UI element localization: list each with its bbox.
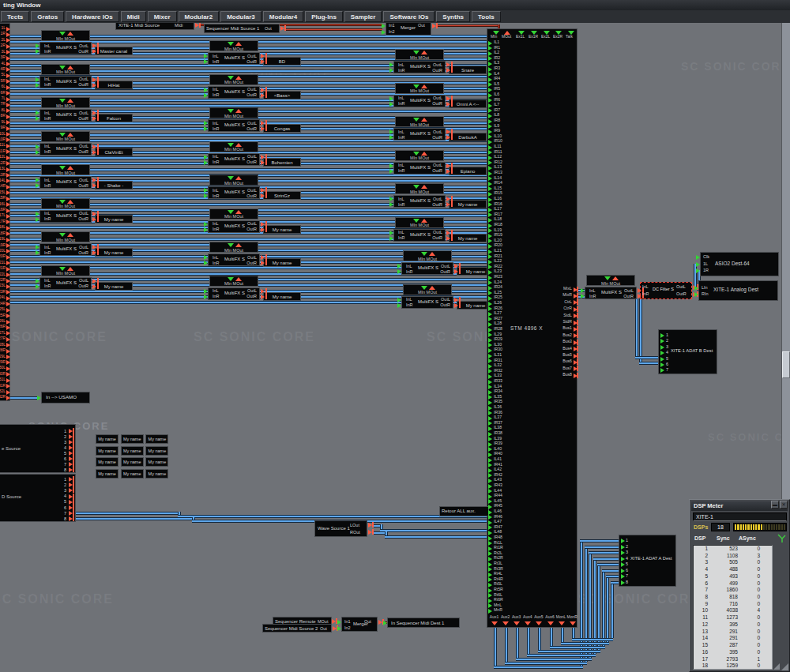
port-label-25L[interactable]: 25L [0,307,6,312]
port-label-32R[interactable]: 32R [0,395,6,400]
port-5[interactable]: 5 [626,561,628,566]
resize-grip-icon[interactable] [781,663,788,670]
port-label-22R[interactable]: 22R [0,278,6,283]
stm-port-StdR[interactable]: StdR [521,320,572,325]
stm-port-IR48[interactable]: IR48 [494,535,502,540]
port-8[interactable]: 8 [626,580,628,584]
module-name-label[interactable]: My name [95,248,133,257]
port-label-21L[interactable]: 21L [0,261,6,265]
stm-port-MIn[interactable]: MIn [491,35,497,39]
port-label-30R[interactable]: 30R [0,372,6,377]
module-name-label[interactable]: My name [95,215,133,223]
port-label-18L[interactable]: 18L [0,225,6,230]
resize-grip-icon[interactable] [773,663,780,670]
port-label-26L[interactable]: 26L [0,319,6,324]
stm-port-MixL[interactable]: MixL [521,287,572,291]
stm-port-IL26[interactable]: IL26 [494,301,502,306]
port-label-17R[interactable]: 17R [0,220,6,224]
stm-port-Ex1R[interactable]: Ex1R [529,35,538,39]
stm-port-IL16[interactable]: IL16 [494,197,502,201]
name-label-cell[interactable]: My name [121,434,144,444]
name-label-cell[interactable]: My name [121,469,144,479]
port-label-16R[interactable]: 16R [0,208,6,212]
port-label-24R[interactable]: 24R [0,302,6,306]
port-label-25R[interactable]: 25R [0,313,6,318]
port-7[interactable]: 7 [626,573,628,578]
port-5[interactable]: 5 [60,451,66,456]
port-label-10R[interactable]: 10R [0,137,6,142]
menu-item-modular3[interactable]: Modular3 [220,11,261,22]
port-7[interactable]: 7 [60,462,66,467]
port-label-22L[interactable]: 22L [0,272,6,277]
port-4[interactable]: 4 [60,445,66,450]
dsp-meter-window[interactable]: DSP Meter ▬ ✕ XITE-1 DSPs 18 DSP Sync AS… [689,499,790,672]
stm-port-CtrR[interactable]: CtrR [521,306,572,311]
stm-port-IL11[interactable]: IL11 [494,145,502,149]
port-label-26R[interactable]: 26R [0,325,6,329]
port-label-18R[interactable]: 18R [0,231,6,236]
port-label-12L[interactable]: 12L [0,155,6,160]
stm-port-Bus5[interactable]: Bus5 [521,353,572,358]
stm-port-MixR[interactable]: MixR [521,293,572,298]
module-name-label[interactable]: My name [263,225,301,234]
port-label-3R[interactable]: 3R [0,55,6,60]
stm-port-Rt5R[interactable]: Rt5R [494,588,503,592]
name-label-cell[interactable]: My name [96,457,118,467]
module-name-label[interactable]: My name [449,200,487,208]
port-label-19L[interactable]: 19L [0,237,6,242]
scrollbar-thumb[interactable] [782,351,790,378]
menu-item-midi[interactable]: Midi [121,11,146,22]
menu-item-synths[interactable]: Synths [436,11,470,22]
port-label-9L[interactable]: 9L [0,120,6,125]
stm-port-Bus6[interactable]: Bus6 [521,359,572,364]
menu-item-mixer[interactable]: Mixer [148,11,177,22]
port-3[interactable]: 3 [666,344,668,349]
port-label-3L[interactable]: 3L [0,50,6,54]
port-label-14R[interactable]: 14R [0,184,6,189]
menu-item-modular4[interactable]: Modular4 [263,11,304,22]
port-label-20R[interactable]: 20R [0,254,6,259]
close-button[interactable]: ✕ [780,501,788,509]
stm-port-MonL[interactable]: MonL [555,615,567,620]
module-name-label[interactable]: My name [95,282,133,291]
module-name-label[interactable]: Falcon [95,114,133,122]
module-name-label[interactable]: Master canal [95,47,133,55]
stm-port-Talk[interactable]: Talk [566,35,573,39]
stm-port-StdL[interactable]: StdL [521,313,572,318]
dsp-device-field[interactable]: XITE-1 [693,512,787,521]
port-6[interactable]: 6 [666,362,668,366]
stm-port-IR28[interactable]: IR28 [494,327,502,332]
port-label-27R[interactable]: 27R [0,336,6,341]
port-label-13R[interactable]: 13R [0,173,6,178]
port-label-5L[interactable]: 5L [0,73,6,77]
port-label-32L[interactable]: 32L [0,389,6,394]
stm-port-IL1[interactable]: IL1 [494,40,499,45]
port-1[interactable]: 1 [626,538,628,542]
port-8[interactable]: 8 [60,516,66,521]
port-label-4R[interactable]: 4R [0,67,6,72]
port-2[interactable]: 2 [626,544,628,549]
module-name-label[interactable]: My name [263,292,301,301]
menu-item-tects[interactable]: Tects [1,11,29,22]
port-label-5R[interactable]: 5R [0,79,6,84]
port-3[interactable]: 3 [60,440,66,445]
name-label-cell[interactable]: My name [96,446,118,456]
module-name-label[interactable]: Snare [449,66,487,74]
menu-item-plug-ins[interactable]: Plug-Ins [305,11,343,22]
module-name-label[interactable]: Congas [263,124,301,133]
port-3[interactable]: 3 [626,550,628,554]
stm-port-IL46[interactable]: IL46 [494,509,502,514]
menu-item-tools[interactable]: Tools [472,11,501,22]
name-label-cell[interactable]: My name [145,457,168,467]
port-label-8L[interactable]: 8L [0,108,6,113]
menu-item-gratos[interactable]: Gratos [31,11,64,22]
name-label-cell[interactable]: My name [96,434,118,444]
port-label-29R[interactable]: 29R [0,360,6,365]
port-label-19R[interactable]: 19R [0,243,6,248]
port-1[interactable]: 1 [666,332,668,337]
stm-port-IR43[interactable]: IR43 [494,483,502,488]
port-label-27L[interactable]: 27L [0,331,6,336]
stm-port-Aux3[interactable]: Aux3 [510,615,522,620]
stm-port-IL41[interactable]: IL41 [494,457,502,462]
stm-port-CtrL[interactable]: CtrL [521,300,572,305]
